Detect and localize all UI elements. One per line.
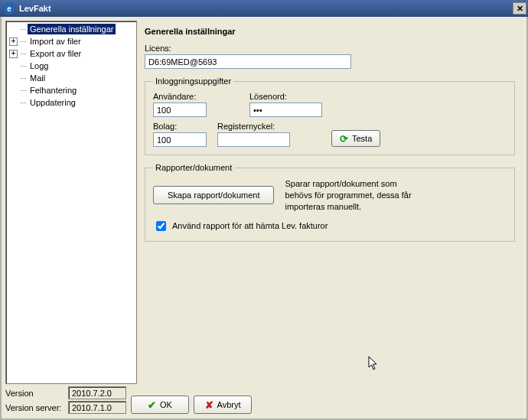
tree-connector xyxy=(21,78,26,79)
anvandare-label: Användare: xyxy=(153,92,207,101)
rapporter-legend: Rapporter/dokument xyxy=(153,163,234,172)
skapa-rapport-button[interactable]: Skapa rapport/dokument xyxy=(153,186,274,204)
version-block: Version 2010.7.2.0 Version server: 2010.… xyxy=(5,386,126,414)
anvandare-input[interactable] xyxy=(153,103,207,117)
tree-item-felhantering[interactable]: Felhantering xyxy=(8,84,135,96)
mouse-cursor xyxy=(368,356,379,374)
tree-label: Felhantering xyxy=(28,85,79,96)
tree-item-mail[interactable]: Mail xyxy=(8,72,135,84)
titlebar: e LevFakt ✕ xyxy=(0,0,528,17)
app-icon: e xyxy=(3,2,15,15)
version-server-value: 2010.7.1.0 xyxy=(68,401,126,414)
tree-item-logg[interactable]: Logg xyxy=(8,60,135,72)
content-pane: Generella inställningar Licens: Inloggni… xyxy=(137,21,523,384)
inloggning-legend: Inloggningsuppgifter xyxy=(153,77,233,86)
footer-bar: Version 2010.7.2.0 Version server: 2010.… xyxy=(5,386,520,414)
testa-button[interactable]: ⟳ Testa xyxy=(331,130,380,147)
bolag-input[interactable] xyxy=(153,132,207,147)
tree-connector xyxy=(21,90,26,91)
tree-label: Generella inställningar xyxy=(28,24,116,34)
tree-connector xyxy=(21,41,26,42)
rapporter-help: Sparar rapport/dokument som behövs för p… xyxy=(285,178,422,213)
check-icon: ✔ xyxy=(148,399,156,411)
losenord-input[interactable] xyxy=(249,103,322,117)
version-label: Version xyxy=(5,389,64,398)
tree-connector xyxy=(21,29,26,30)
skapa-label: Skapa rapport/dokument xyxy=(168,190,259,200)
tree-item-generella[interactable]: Generella inställningar xyxy=(8,23,135,35)
ok-button[interactable]: ✔ OK xyxy=(131,396,189,414)
tree-label: Uppdatering xyxy=(28,97,78,108)
client-area: Generella inställningar + Import av file… xyxy=(0,17,528,420)
ok-label: OK xyxy=(160,400,172,409)
tree-label: Mail xyxy=(28,73,47,83)
licens-input[interactable] xyxy=(145,54,351,69)
window-title: LevFakt xyxy=(19,4,513,13)
page-title: Generella inställningar xyxy=(145,27,515,36)
version-server-label: Version server: xyxy=(5,403,64,412)
close-button[interactable]: ✕ xyxy=(513,2,526,15)
losenord-label: Lösenord: xyxy=(249,92,322,101)
x-icon: ✘ xyxy=(205,399,213,411)
expand-icon[interactable]: + xyxy=(9,37,18,46)
tree-connector xyxy=(21,103,26,103)
licens-label: Licens: xyxy=(145,44,515,53)
expand-icon[interactable]: + xyxy=(9,50,18,58)
registernyckel-input[interactable] xyxy=(217,132,290,147)
version-value: 2010.7.2.0 xyxy=(68,386,126,399)
tree-label: Logg xyxy=(28,60,51,71)
anvand-rapport-checkbox[interactable] xyxy=(156,221,166,231)
reload-icon: ⟳ xyxy=(340,133,348,145)
tree-connector xyxy=(21,54,26,54)
testa-label: Testa xyxy=(352,134,372,143)
tree-item-import[interactable]: + Import av filer xyxy=(8,35,135,47)
cancel-label: Avbryt xyxy=(217,400,241,409)
close-icon: ✕ xyxy=(517,4,523,14)
registernyckel-label: Registernyckel: xyxy=(217,122,290,131)
tree-connector xyxy=(21,66,26,67)
main-split: Generella inställningar + Import av file… xyxy=(2,17,526,384)
rapporter-group: Rapporter/dokument Skapa rapport/dokumen… xyxy=(145,163,515,242)
inloggning-group: Inloggningsuppgifter Användare: Lösenord… xyxy=(145,77,515,155)
anvand-rapport-label: Använd rapport för att hämta Lev. faktur… xyxy=(172,221,328,230)
nav-tree[interactable]: Generella inställningar + Import av file… xyxy=(5,21,137,384)
bolag-label: Bolag: xyxy=(153,122,207,131)
tree-item-export[interactable]: + Export av filer xyxy=(8,47,135,60)
cancel-button[interactable]: ✘ Avbryt xyxy=(194,396,252,414)
tree-label: Import av filer xyxy=(28,36,83,47)
tree-item-uppdatering[interactable]: Uppdatering xyxy=(8,96,135,109)
tree-label: Export av filer xyxy=(28,48,83,59)
